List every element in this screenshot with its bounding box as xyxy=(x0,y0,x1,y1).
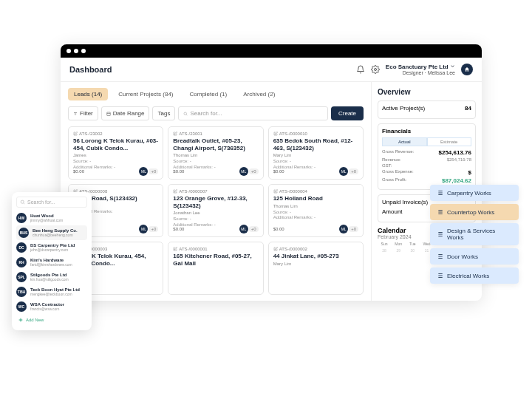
chevron-down-icon xyxy=(450,64,455,69)
contact-item[interactable]: HWHuat Woodjimmy@ahhuat.com xyxy=(16,211,87,225)
contact-item[interactable]: SPLStilgoods Pte Ltdkin.hua@stilgoods.co… xyxy=(16,270,87,284)
contacts-panel: Search for... HWHuat Woodjimmy@ahhuat.co… xyxy=(12,192,92,330)
calendar-icon xyxy=(106,112,111,116)
tab-estimate[interactable]: Estimate xyxy=(427,137,472,146)
svg-point-8 xyxy=(21,200,24,203)
lead-card[interactable]: ATS-/0000010635 Bedok South Road, #12-46… xyxy=(268,126,364,180)
contact-item[interactable]: WCWSA Contractorfrancis@wsa.com xyxy=(16,299,87,314)
svg-line-7 xyxy=(187,115,188,115)
list-icon xyxy=(436,208,443,216)
tab-actual[interactable]: Actual xyxy=(382,137,427,146)
avatar[interactable] xyxy=(461,64,473,75)
lead-card[interactable]: ATS-/000000244 Jinkat Lane, #05-273Mary … xyxy=(268,242,364,295)
list-icon xyxy=(436,253,443,260)
contact-avatar: HW xyxy=(16,213,27,223)
header: Dashboard Eco Sanctuary Pte Ltd Designer… xyxy=(61,58,482,82)
edit-icon xyxy=(173,247,177,251)
work-category[interactable]: Carpentry Works xyxy=(430,185,519,201)
org-selector[interactable]: Eco Sanctuary Pte Ltd Designer · Melissa… xyxy=(386,64,455,75)
search-input[interactable]: Search for... xyxy=(178,106,328,120)
svg-point-0 xyxy=(374,69,376,71)
list-icon xyxy=(436,272,443,279)
assignee-avatar: ML xyxy=(139,225,148,233)
contact-avatar: BHS xyxy=(18,228,29,238)
assignee-avatar: ML xyxy=(339,225,348,233)
search-icon xyxy=(20,200,25,205)
bell-icon[interactable] xyxy=(356,65,365,74)
lead-card[interactable]: ATS-/23001Breadtalk Outlet, #05-23, Chan… xyxy=(168,126,263,180)
lead-card[interactable]: ATS-/2300256 Lorong K Telok Kurau, #03-4… xyxy=(68,126,163,180)
card-title: 165 Kitchener Road, #05-27, Gal Mall xyxy=(173,253,258,267)
tabs: Leads (14)Current Projects (84)Completed… xyxy=(68,88,364,100)
edit-icon xyxy=(273,132,278,136)
window-dot[interactable] xyxy=(74,49,78,53)
add-new-button[interactable]: Add New xyxy=(16,314,87,326)
contacts-search[interactable]: Search for... xyxy=(16,197,87,208)
contact-avatar: WC xyxy=(16,301,27,312)
tab[interactable]: Completed (1) xyxy=(184,88,233,100)
lead-card[interactable]: ATS-/0000004125 Holland RoadThomas LimSo… xyxy=(268,184,364,237)
tab[interactable]: Leads (14) xyxy=(68,88,108,100)
window-dot[interactable] xyxy=(81,49,86,53)
search-icon xyxy=(183,112,188,116)
contact-avatar: KH xyxy=(16,257,27,267)
edit-icon xyxy=(173,132,177,136)
contact-item[interactable]: KHKim's Hardwarefarid@kimshardware.com xyxy=(16,255,87,270)
edit-icon xyxy=(273,247,278,251)
list-icon xyxy=(436,231,443,238)
card-title: 123 Orange Grove, #12-33, S(123432) xyxy=(173,195,258,209)
svg-rect-4 xyxy=(107,112,111,116)
filter-icon xyxy=(73,112,78,116)
page-title: Dashboard xyxy=(69,65,112,74)
card-title: 56 Lorong K Telok Kurau, #03-454, Cubik … xyxy=(73,137,158,151)
assignee-avatar: ML xyxy=(339,167,348,176)
plus-icon xyxy=(18,317,24,323)
edit-icon xyxy=(173,189,177,194)
card-title: Breadtalk Outlet, #05-23, Changi Airport… xyxy=(173,137,258,151)
assignee-avatar: ML xyxy=(139,167,148,176)
works-panel: Carpentry WorksCountertop WorksDesign & … xyxy=(430,185,519,284)
active-projects-row: Active Project(s)84 xyxy=(382,105,471,112)
gear-icon[interactable] xyxy=(371,65,380,74)
list-icon xyxy=(436,189,443,197)
svg-line-9 xyxy=(24,203,24,204)
overview-heading: Overview xyxy=(378,88,476,96)
window-dot[interactable] xyxy=(66,49,71,53)
tags-button[interactable]: Tags xyxy=(152,106,175,120)
contact-item[interactable]: BHSBee Heng Supply Co.chunhua@beeheng.co… xyxy=(16,225,87,240)
filter-button[interactable]: Filter xyxy=(68,106,98,120)
card-title: 635 Bedok South Road, #12-463, S(123432) xyxy=(273,137,358,151)
contact-avatar: DC xyxy=(16,242,27,253)
work-category[interactable]: Electrical Works xyxy=(430,267,519,284)
assignee-avatar: ML xyxy=(239,167,248,176)
app-window: Dashboard Eco Sanctuary Pte Ltd Designer… xyxy=(61,44,482,301)
tab[interactable]: Archived (2) xyxy=(237,88,281,100)
main-panel: Leads (14)Current Projects (84)Completed… xyxy=(61,82,371,301)
edit-icon xyxy=(73,132,78,136)
card-title: 125 Holland Road xyxy=(273,195,358,202)
svg-point-6 xyxy=(184,112,187,115)
contact-avatar: TBH xyxy=(16,287,27,297)
lead-card[interactable]: ATS-/0000001165 Kitchener Road, #05-27, … xyxy=(168,242,263,295)
work-category[interactable]: Design & Services Works xyxy=(430,223,519,245)
date-range-button[interactable]: Date Range xyxy=(101,106,150,120)
create-button[interactable]: Create xyxy=(331,106,364,120)
lead-card[interactable]: ATS-/0000007123 Orange Grove, #12-33, S(… xyxy=(168,184,263,237)
titlebar xyxy=(61,44,482,58)
contact-item[interactable]: DCDS Carpentry Pte Ltdjohn@dscarpentry.c… xyxy=(16,240,87,255)
contact-item[interactable]: TBHTeck Boon Hyat Pte Ltdmengkee@teckboo… xyxy=(16,284,87,299)
assignee-avatar: ML xyxy=(239,225,248,233)
tab[interactable]: Current Projects (84) xyxy=(112,88,179,100)
cards-grid: ATS-/2300256 Lorong K Telok Kurau, #03-4… xyxy=(68,126,364,295)
home-icon xyxy=(464,66,470,72)
card-title: 44 Jinkat Lane, #05-273 xyxy=(273,253,358,260)
edit-icon xyxy=(273,189,278,194)
financials-box: Financials Actual Estimate Gross Revenue… xyxy=(378,123,476,190)
work-category[interactable]: Door Works xyxy=(430,248,519,265)
work-category[interactable]: Countertop Works xyxy=(430,204,519,220)
contact-avatar: SPL xyxy=(16,272,27,282)
